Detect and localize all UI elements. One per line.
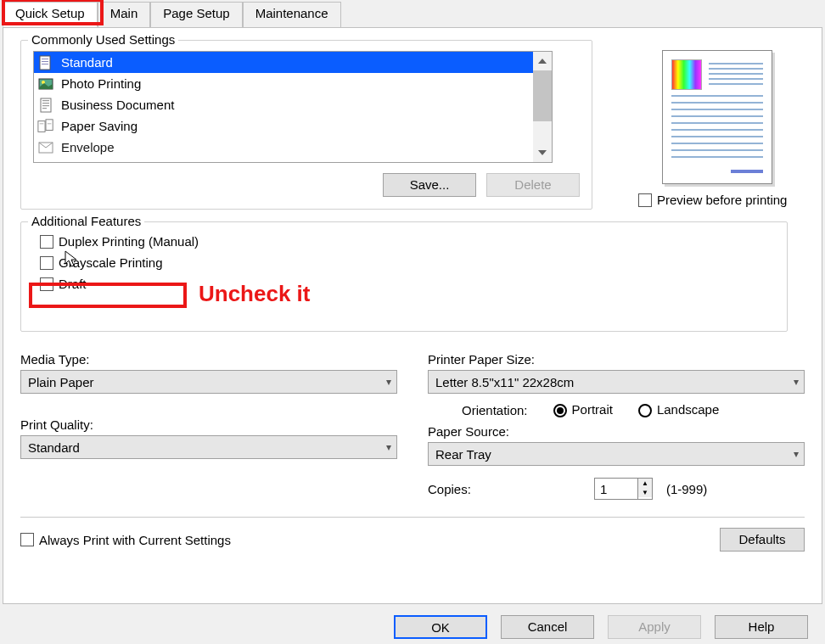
svg-rect-7 [42, 100, 49, 101]
svg-rect-9 [42, 105, 49, 106]
business-doc-icon [37, 98, 54, 113]
checkbox-label: Preview before printing [657, 193, 787, 207]
scrollbar[interactable] [533, 52, 552, 162]
tab-page-setup[interactable]: Page Setup [150, 2, 242, 27]
copies-spinner[interactable]: ▲ ▼ [594, 478, 653, 500]
cancel-button[interactable]: Cancel [501, 615, 594, 639]
list-item-paper-saving[interactable]: Paper Saving [34, 115, 533, 137]
scroll-up-icon[interactable] [533, 52, 552, 70]
list-item-business[interactable]: Business Document [34, 94, 533, 115]
button-label: Help [749, 619, 775, 634]
document-icon [37, 55, 54, 70]
tab-bar: Quick Setup Main Page Setup Maintenance [0, 0, 825, 27]
button-label: Delete [514, 177, 551, 192]
scroll-down-icon[interactable] [533, 143, 552, 162]
tab-panel-quick-setup: Commonly Used Settings Standard Photo Pr… [3, 27, 822, 604]
spinner-up-icon[interactable]: ▲ [638, 479, 652, 488]
checkbox-label: Grayscale Printing [59, 255, 163, 270]
print-quality-combo[interactable]: Standard ▾ [20, 435, 397, 459]
paper-source-label: Paper Source: [428, 424, 805, 439]
annotation-text: Uncheck it [199, 281, 311, 307]
orientation-portrait-radio[interactable]: Portrait [553, 402, 613, 417]
list-item-label: Paper Saving [61, 119, 138, 133]
list-item-label: Photo Printing [61, 76, 141, 91]
svg-rect-10 [42, 108, 47, 109]
envelope-icon [37, 140, 54, 155]
checkbox-icon [40, 277, 53, 291]
svg-rect-1 [42, 59, 48, 59]
tab-maintenance[interactable]: Maintenance [243, 2, 341, 27]
tab-quick-setup[interactable]: Quick Setup [3, 2, 98, 27]
checkbox-icon [40, 235, 53, 249]
chevron-down-icon: ▾ [386, 441, 391, 453]
list-item-label: Standard [61, 55, 113, 70]
media-type-combo[interactable]: Plain Paper ▾ [20, 370, 397, 394]
list-item-envelope[interactable]: Envelope [34, 137, 533, 158]
button-label: Apply [638, 619, 671, 634]
svg-rect-2 [42, 61, 48, 62]
combo-value: Standard [28, 440, 80, 455]
media-type-label: Media Type: [20, 352, 397, 367]
svg-rect-8 [42, 103, 49, 104]
checkbox-icon [20, 533, 34, 546]
group-legend: Additional Features [28, 214, 144, 228]
list-item-standard[interactable]: Standard [34, 52, 533, 73]
defaults-button[interactable]: Defaults [720, 528, 805, 552]
copies-input[interactable] [595, 479, 637, 499]
ok-button[interactable]: OK [394, 615, 487, 639]
copies-label: Copies: [428, 482, 581, 496]
list-item-label: Business Document [61, 98, 174, 112]
combo-value: Plain Paper [28, 375, 94, 389]
paper-saving-icon [37, 119, 54, 134]
chevron-down-icon: ▾ [794, 448, 799, 460]
checkbox-label: Always Print with Current Settings [39, 533, 231, 547]
chevron-down-icon: ▾ [386, 376, 391, 388]
svg-rect-3 [42, 64, 48, 64]
paper-source-combo[interactable]: Rear Tray ▾ [428, 442, 805, 466]
radio-icon [638, 404, 652, 417]
grayscale-printing-checkbox[interactable]: Grayscale Printing [40, 255, 775, 270]
always-print-checkbox[interactable]: Always Print with Current Settings [20, 533, 231, 547]
combo-value: Letter 8.5"x11" 22x28cm [435, 375, 574, 389]
button-label: Cancel [528, 619, 568, 634]
tab-label: Quick Setup [15, 6, 85, 20]
copies-range: (1-999) [666, 482, 707, 496]
checkbox-icon [40, 256, 53, 270]
preview-before-printing-checkbox[interactable]: Preview before printing [638, 193, 796, 207]
orientation-landscape-radio[interactable]: Landscape [638, 402, 719, 417]
spinner-down-icon[interactable]: ▼ [638, 488, 652, 497]
separator [20, 517, 805, 518]
list-item-label: Envelope [61, 140, 115, 154]
preview-pane: Preview before printing [638, 50, 796, 209]
checkbox-icon [638, 193, 652, 207]
tab-label: Main [110, 6, 138, 20]
form-col-left: Media Type: Plain Paper ▾ Print Quality:… [20, 344, 397, 500]
group-additional-features: Additional Features Duplex Printing (Man… [20, 221, 788, 332]
draft-checkbox[interactable]: Draft [40, 277, 775, 291]
tab-main[interactable]: Main [98, 2, 151, 27]
radio-label: Landscape [657, 402, 719, 417]
svg-rect-14 [48, 123, 52, 124]
group-legend: Commonly Used Settings [28, 32, 178, 47]
save-button[interactable]: Save... [383, 173, 476, 197]
apply-button: Apply [608, 615, 701, 639]
tab-label: Page Setup [163, 6, 229, 20]
help-button[interactable]: Help [715, 615, 808, 639]
paper-size-combo[interactable]: Letter 8.5"x11" 22x28cm ▾ [428, 370, 805, 394]
scroll-thumb[interactable] [533, 70, 552, 121]
button-label: Defaults [738, 532, 785, 546]
delete-button: Delete [486, 173, 580, 197]
print-quality-label: Print Quality: [20, 417, 397, 432]
photo-icon [37, 76, 54, 92]
paper-size-label: Printer Paper Size: [428, 352, 805, 367]
svg-rect-0 [40, 56, 50, 70]
checkbox-label: Draft [59, 277, 87, 291]
duplex-printing-checkbox[interactable]: Duplex Printing (Manual) [40, 234, 775, 249]
settings-listbox[interactable]: Standard Photo Printing Business Documen… [33, 51, 553, 163]
tab-label: Maintenance [255, 6, 328, 20]
dialog-button-row: OK Cancel Apply Help [394, 615, 808, 639]
orientation-label: Orientation: [462, 403, 528, 417]
checkbox-label: Duplex Printing (Manual) [59, 234, 199, 249]
chevron-down-icon: ▾ [794, 376, 799, 388]
list-item-photo[interactable]: Photo Printing [34, 73, 533, 94]
